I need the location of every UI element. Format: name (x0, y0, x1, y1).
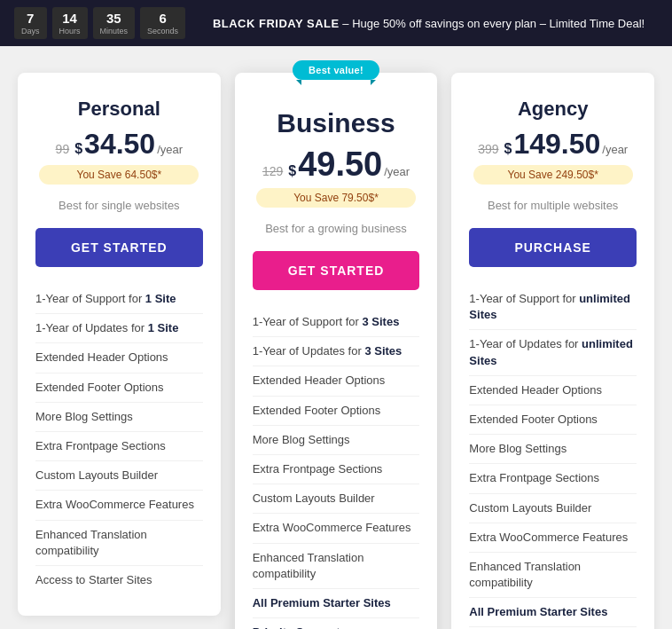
plans-container: Personal 99 $ 34.50 /year You Save 64.50… (18, 73, 654, 629)
features-list-agency: 1-Year of Support for unlimited Sites1-Y… (469, 285, 637, 629)
feature-item: 1-Year of Support for 1 Site (35, 285, 203, 314)
price-original: 99 (56, 142, 70, 156)
countdown-item-days: 7Days (14, 7, 47, 39)
feature-item: Extra Frontpage Sections (253, 455, 420, 484)
feature-item: More Blog Settings (253, 426, 420, 455)
plan-name: Personal (35, 98, 203, 121)
feature-item: Extra WooCommerce Features (253, 514, 420, 543)
cta-button-agency[interactable]: PURCHASE (469, 228, 637, 267)
plan-name: Agency (469, 98, 637, 121)
feature-item: 1-Year of Updates for 3 Sites (253, 337, 420, 366)
countdown-item-hours: 14Hours (52, 7, 88, 39)
cta-button-personal[interactable]: GET STARTED (35, 228, 203, 267)
savings-badge: You Save 249.50$* (473, 165, 633, 185)
feature-item: Extra WooCommerce Features (469, 523, 637, 553)
plan-description: Best for single websites (35, 199, 203, 212)
feature-item: Extended Header Options (469, 376, 637, 405)
price-amount: 149.50 (513, 130, 600, 158)
price-currency: $ (74, 142, 82, 156)
feature-item: More Blog Settings (35, 403, 203, 432)
plan-description: Best for multiple websites (469, 199, 637, 212)
countdown-item-seconds: 6Seconds (140, 7, 185, 39)
price-currency: $ (504, 142, 512, 156)
feature-item: Enhanced Translation compatibility (469, 553, 637, 598)
countdown-item-minutes: 35Minutes (93, 7, 136, 39)
feature-item: Extended Header Options (253, 366, 420, 396)
feature-item: Extra WooCommerce Features (35, 491, 203, 520)
feature-item: All Premium Starter Sites (253, 589, 420, 618)
price-row: 129 $ 49.50 /year (253, 147, 420, 181)
cta-button-business[interactable]: GET STARTED (253, 251, 420, 290)
features-list-business: 1-Year of Support for 3 Sites1-Year of U… (253, 308, 420, 629)
savings-badge: You Save 79.50$* (256, 188, 416, 208)
plan-card-business: Best value! Business 129 $ 49.50 /year Y… (235, 73, 438, 629)
main-content: Personal 99 $ 34.50 /year You Save 64.50… (0, 46, 672, 629)
price-row: 399 $ 149.50 /year (469, 130, 637, 158)
feature-item: Priority Support (253, 618, 420, 629)
price-period: /year (157, 143, 183, 156)
plan-description: Best for a growing business (253, 222, 420, 235)
savings-wrap: You Save 64.50$* (35, 165, 203, 192)
countdown: 7Days14Hours35Minutes6Seconds (14, 7, 185, 39)
savings-wrap: You Save 79.50$* (253, 188, 420, 215)
price-original: 129 (262, 164, 283, 178)
plan-name: Business (253, 108, 420, 138)
price-original: 399 (478, 142, 498, 156)
feature-item: Extended Footer Options (469, 405, 637, 435)
feature-item: More Blog Settings (469, 435, 637, 464)
price-amount: 49.50 (298, 147, 382, 181)
feature-item: 1-Year of Updates for 1 Site (35, 314, 203, 343)
feature-item: Extra Frontpage Sections (469, 464, 637, 493)
sale-description: – Huge 50% off savings on every plan – L… (340, 17, 645, 30)
feature-item: 1-Year of Support for 3 Sites (253, 308, 420, 337)
feature-item: 1-Year of Support for unlimited Sites (469, 285, 637, 330)
price-row: 99 $ 34.50 /year (35, 130, 203, 158)
plan-card-personal: Personal 99 $ 34.50 /year You Save 64.50… (18, 73, 221, 616)
savings-wrap: You Save 249.50$* (469, 165, 637, 192)
price-amount: 34.50 (84, 130, 155, 158)
feature-item: Extended Footer Options (35, 373, 203, 403)
feature-item: Custom Layouts Builder (469, 494, 637, 523)
sale-banner: BLACK FRIDAY SALE – Huge 50% off savings… (199, 17, 658, 30)
top-bar: 7Days14Hours35Minutes6Seconds BLACK FRID… (0, 0, 672, 46)
features-list-personal: 1-Year of Support for 1 Site1-Year of Up… (35, 285, 203, 594)
feature-item: Custom Layouts Builder (35, 461, 203, 491)
sale-title: BLACK FRIDAY SALE (213, 17, 340, 30)
price-currency: $ (288, 164, 296, 178)
best-value-badge: Best value! (293, 60, 379, 80)
feature-item: Enhanced Translation compatibility (35, 521, 203, 566)
feature-item: All Premium Starter Sites (469, 598, 637, 627)
plan-card-agency: Agency 399 $ 149.50 /year You Save 249.5… (451, 73, 654, 629)
feature-item: Extended Header Options (35, 343, 203, 373)
feature-item: Extra Frontpage Sections (35, 432, 203, 461)
price-period: /year (384, 165, 410, 178)
feature-item: Extended Footer Options (253, 397, 420, 426)
feature-item: 1-Year of Updates for unlimited Sites (469, 330, 637, 375)
savings-badge: You Save 64.50$* (39, 165, 199, 185)
feature-item: Custom Layouts Builder (253, 484, 420, 514)
feature-item: Enhanced Translation compatibility (253, 544, 420, 589)
feature-item: Access to Starter Sites (35, 566, 203, 594)
price-period: /year (602, 143, 628, 156)
